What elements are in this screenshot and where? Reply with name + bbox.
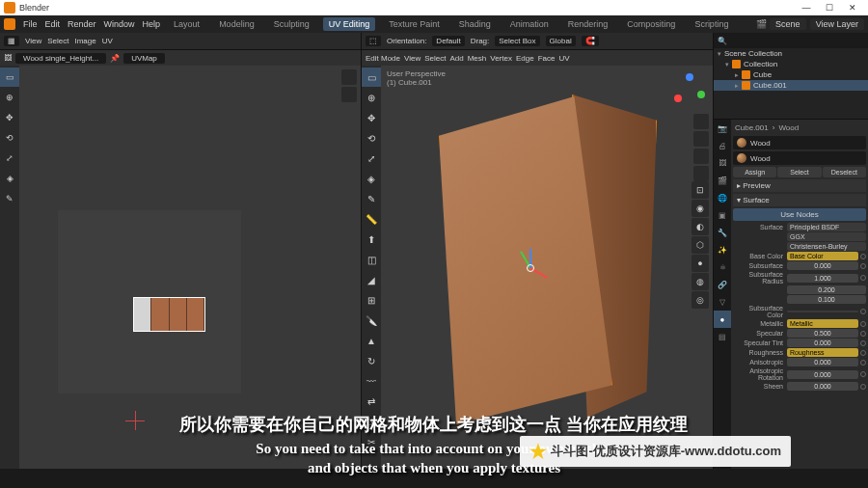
- v3d-viewport[interactable]: User Perspective (1) Cube.001: [381, 66, 713, 469]
- v3d-menu-uv[interactable]: UV: [558, 54, 569, 63]
- shading-wire-icon[interactable]: ⬡: [692, 236, 709, 254]
- v3d-menu-vertex[interactable]: Vertex: [490, 54, 512, 63]
- socket-icon[interactable]: [860, 384, 866, 390]
- nav-y-icon[interactable]: [697, 91, 705, 98]
- gizmo-toggle-icon[interactable]: ⊡: [692, 181, 709, 199]
- prop-tab-texture[interactable]: ▤: [714, 328, 731, 345]
- tab-scripting[interactable]: Scripting: [689, 17, 734, 31]
- v3d-snap-icon[interactable]: 🧲: [582, 36, 599, 46]
- menu-window[interactable]: Window: [104, 19, 135, 29]
- gizmo-center[interactable]: [527, 264, 534, 272]
- subsurface-value[interactable]: 0.000: [787, 261, 858, 270]
- disclosure-icon[interactable]: ▾: [725, 61, 729, 68]
- outliner-collection[interactable]: ▾ Collection: [714, 59, 868, 69]
- socket-icon[interactable]: [860, 309, 866, 314]
- outliner-scene-collection[interactable]: ▾ Scene Collection: [714, 48, 868, 59]
- socket-icon[interactable]: [860, 331, 866, 337]
- prop-tab-scene[interactable]: 🎬: [714, 172, 731, 189]
- nav-pan-icon[interactable]: [693, 131, 709, 147]
- v3d-menu-view[interactable]: View: [404, 54, 420, 63]
- uv-tool-rotate[interactable]: ⟲: [0, 128, 19, 148]
- socket-icon[interactable]: [860, 360, 866, 366]
- nav-camera-icon[interactable]: [693, 149, 709, 164]
- v3d-tool-rotate[interactable]: ⟲: [362, 128, 381, 148]
- v3d-tool-measure[interactable]: 📏: [362, 209, 381, 229]
- material-name-field[interactable]: Wood: [733, 151, 866, 165]
- v3d-tool-knife[interactable]: 🔪: [362, 311, 381, 330]
- v3d-drag-value[interactable]: Select Box: [495, 36, 539, 46]
- v3d-tool-move[interactable]: ✥: [362, 108, 381, 127]
- tab-compositing[interactable]: Compositing: [621, 17, 681, 31]
- uv-tool-transform[interactable]: ◈: [0, 169, 19, 188]
- nav-zoom-icon[interactable]: [693, 114, 709, 129]
- sheen-value[interactable]: 0.000: [787, 382, 858, 391]
- socket-icon[interactable]: [860, 340, 866, 346]
- uv-tool-select[interactable]: ▭: [0, 68, 19, 87]
- v3d-tool-select[interactable]: ▭: [362, 68, 381, 87]
- uv-tool-cursor[interactable]: ⊕: [0, 88, 19, 107]
- prop-tab-physics[interactable]: ⚛: [714, 258, 731, 276]
- shading-matprev-icon[interactable]: ◍: [692, 273, 709, 290]
- tab-animation[interactable]: Animation: [504, 17, 555, 31]
- menu-help[interactable]: Help: [143, 19, 161, 29]
- v3d-tool-polybuild[interactable]: ▲: [362, 331, 381, 350]
- socket-icon[interactable]: [860, 350, 866, 356]
- prop-tab-material[interactable]: ●: [714, 311, 731, 328]
- v3d-tool-bevel[interactable]: ◢: [362, 270, 381, 289]
- socket-icon[interactable]: [860, 275, 866, 281]
- uv-menu-view[interactable]: View: [25, 37, 41, 45]
- prop-tab-modifiers[interactable]: 🔧: [714, 224, 731, 241]
- assign-button[interactable]: Assign: [733, 167, 776, 177]
- v3d-tool-transform[interactable]: ◈: [362, 169, 381, 188]
- xray-toggle-icon[interactable]: ◐: [692, 218, 709, 235]
- uv-image-icon[interactable]: 🖼: [4, 54, 12, 63]
- prop-tab-data[interactable]: ▽: [714, 293, 731, 311]
- socket-icon[interactable]: [860, 254, 866, 259]
- tab-sculpting[interactable]: Sculpting: [268, 17, 315, 31]
- tab-rendering[interactable]: Rendering: [562, 17, 614, 31]
- v3d-mode-selector[interactable]: Edit Mode: [366, 54, 400, 63]
- prop-tab-constraints[interactable]: 🔗: [714, 276, 731, 293]
- uv-overlay-icon[interactable]: [341, 87, 357, 102]
- v3d-tool-smooth[interactable]: 〰: [362, 371, 381, 391]
- metallic-value[interactable]: Metallic: [787, 319, 858, 328]
- uv-map-name[interactable]: UVMap: [123, 53, 165, 64]
- select-button[interactable]: Select: [777, 167, 821, 177]
- uv-tool-annotate[interactable]: ✎: [0, 189, 19, 208]
- outliner-item-cube001[interactable]: ▸ Cube.001: [714, 80, 868, 91]
- v3d-orientation-value[interactable]: Default: [432, 36, 464, 46]
- section-surface[interactable]: ▾ Surface: [733, 194, 866, 206]
- uv-canvas[interactable]: [19, 66, 361, 469]
- transform-gizmo[interactable]: [511, 249, 550, 287]
- uv-editor-type-icon[interactable]: ▦: [4, 36, 19, 46]
- specular-value[interactable]: 0.500: [787, 329, 858, 338]
- tab-layout[interactable]: Layout: [168, 17, 205, 31]
- sss-radius-2[interactable]: 0.200: [787, 285, 866, 294]
- prop-tab-particles[interactable]: ✨: [714, 241, 731, 258]
- tab-shading[interactable]: Shading: [453, 17, 497, 31]
- tab-uv-editing[interactable]: UV Editing: [323, 17, 376, 31]
- nav-x-icon[interactable]: [674, 95, 682, 102]
- menu-file[interactable]: File: [23, 19, 38, 29]
- nav-persp-icon[interactable]: [693, 166, 709, 181]
- uv-tool-move[interactable]: ✥: [0, 108, 19, 127]
- shading-solid-icon[interactable]: ●: [692, 255, 709, 272]
- aniso-value[interactable]: 0.000: [787, 358, 858, 366]
- tab-modeling[interactable]: Modeling: [213, 17, 260, 31]
- uv-display-icon[interactable]: [341, 69, 357, 85]
- section-preview[interactable]: ▸ Preview: [733, 179, 866, 192]
- socket-icon[interactable]: [860, 371, 866, 377]
- crumb-material[interactable]: Wood: [778, 123, 799, 132]
- spectint-value[interactable]: 0.000: [787, 339, 858, 347]
- disclosure-icon[interactable]: ▸: [735, 71, 739, 79]
- v3d-tool-loopcut[interactable]: ⊞: [362, 290, 381, 310]
- uv-image-name[interactable]: Wood single_Height...: [15, 53, 106, 64]
- deselect-button[interactable]: Deselect: [823, 167, 866, 177]
- v3d-menu-face[interactable]: Face: [538, 54, 556, 63]
- v3d-tool-scale[interactable]: ⤢: [362, 149, 381, 168]
- v3d-tool-extrude[interactable]: ⬆: [362, 230, 381, 249]
- menu-render[interactable]: Render: [68, 19, 96, 29]
- viewlayer-selector[interactable]: View Layer: [810, 18, 864, 30]
- v3d-editor-type-icon[interactable]: ⬚: [366, 36, 381, 46]
- v3d-menu-mesh[interactable]: Mesh: [468, 54, 487, 63]
